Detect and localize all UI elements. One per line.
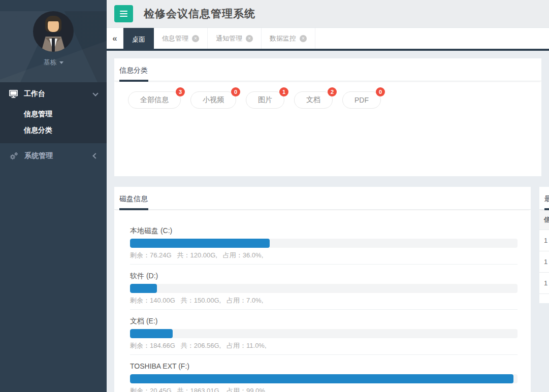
- table-row: 1: [539, 273, 549, 294]
- close-icon[interactable]: ×: [300, 35, 307, 42]
- latest-info-table: 信 1 1 1: [539, 210, 549, 294]
- panel-title: 信息分类: [119, 66, 148, 75]
- close-icon[interactable]: ×: [246, 35, 253, 42]
- disk-usage-text: 剩余：20.45G 共：1863.01G, 占用：99.0%,: [130, 386, 518, 392]
- disk-usage-fill: [130, 329, 173, 338]
- workbench-submenu: 信息管理 信息分类: [0, 106, 107, 138]
- tab-label: 桌面: [132, 35, 145, 44]
- disk-row-e: 文档 (E:) 剩余：184.66G 共：206.56G, 占用：11.0%,: [130, 316, 518, 355]
- second-row: 磁盘信息 本地磁盘 (C:) 剩余：76.24G 共：120.00G, 占用：3…: [114, 187, 549, 392]
- sidebar-nav: 工作台 信息管理 信息分类: [0, 82, 107, 169]
- chevron-left-icon: [92, 153, 98, 158]
- disk-usage-fill: [130, 239, 270, 248]
- tab-notice-management[interactable]: 通知管理 ×: [208, 28, 262, 49]
- sidebar-item-info-category[interactable]: 信息分类: [24, 122, 107, 138]
- sidebar-item-label: 工作台: [24, 89, 93, 99]
- count-badge: 0: [376, 87, 385, 96]
- content-area: 信息分类 全部信息 3 小视频 0 图片 1: [107, 51, 549, 392]
- disk-row-d: 软件 (D:) 剩余：140.00G 共：150.00G, 占用：7.0%,: [130, 271, 518, 310]
- monitor-icon: [9, 90, 18, 98]
- panel-header: 磁盘信息: [114, 187, 531, 210]
- menu-group-workbench: 工作台 信息管理 信息分类: [0, 82, 107, 143]
- category-button-video[interactable]: 小视频 0: [190, 91, 236, 109]
- disk-usage-text: 剩余：184.66G 共：206.56G, 占用：11.0%,: [130, 341, 518, 350]
- username-dropdown[interactable]: 基栋: [44, 58, 63, 67]
- disk-usage-bar: [130, 284, 518, 293]
- main-area: 检修会议信息管理系统 « 桌面 信息管理 × 通知管理 × 数据监控 ×: [107, 0, 549, 392]
- category-button-image[interactable]: 图片 1: [246, 91, 284, 109]
- panel-header: 信息分类: [114, 58, 541, 81]
- count-badge: 1: [279, 87, 288, 96]
- disk-name: 文档 (E:): [130, 316, 518, 325]
- count-badge: 3: [176, 87, 185, 96]
- table-header-cell: 信: [544, 215, 549, 224]
- tab-label: 通知管理: [216, 34, 242, 43]
- disk-usage-text: 剩余：140.00G 共：150.00G, 占用：7.0%,: [130, 296, 518, 305]
- disk-row-f: TOSHIBA EXT (F:) 剩余：20.45G 共：1863.01G, 占…: [130, 362, 518, 392]
- table-header-row: 信: [539, 210, 549, 230]
- app-window: 基栋 工作台 信息管理 信息分类: [0, 0, 549, 392]
- info-category-panel: 信息分类 全部信息 3 小视频 0 图片 1: [114, 58, 541, 176]
- username-label: 基栋: [44, 58, 57, 66]
- latest-info-panel: 最 信 1 1 1: [539, 187, 549, 303]
- disk-row-c: 本地磁盘 (C:) 剩余：76.24G 共：120.00G, 占用：36.0%,: [130, 226, 518, 265]
- sidebar-item-workbench[interactable]: 工作台: [0, 82, 107, 106]
- sidebar-item-info-management[interactable]: 信息管理: [24, 106, 107, 122]
- category-button-all[interactable]: 全部信息 3: [128, 91, 181, 109]
- tabs-scroll-left-button[interactable]: «: [107, 28, 123, 49]
- menu-toggle-button[interactable]: [114, 5, 133, 22]
- avatar[interactable]: [33, 11, 74, 52]
- disk-usage-bar: [130, 374, 518, 383]
- panel-title: 磁盘信息: [119, 194, 148, 204]
- sidebar: 基栋 工作台 信息管理 信息分类: [0, 0, 107, 392]
- category-button-doc[interactable]: 文档 2: [294, 91, 333, 109]
- user-profile: 基栋: [0, 11, 107, 82]
- table-row: 1: [539, 230, 549, 251]
- count-badge: 0: [231, 87, 240, 96]
- tab-label: 数据监控: [270, 34, 296, 43]
- table-row: 1: [539, 251, 549, 273]
- tab-data-monitor[interactable]: 数据监控 ×: [262, 28, 315, 49]
- title-underline: [119, 208, 148, 210]
- table-cell: 1: [544, 258, 547, 266]
- tab-label: 信息管理: [162, 34, 188, 43]
- close-icon[interactable]: ×: [192, 35, 199, 42]
- disk-usage-text: 剩余：76.24G 共：120.00G, 占用：36.0%,: [130, 251, 518, 259]
- tab-desktop[interactable]: 桌面: [123, 28, 154, 51]
- sidebar-item-label: 系统管理: [24, 151, 93, 160]
- avatar-tie: [52, 38, 55, 52]
- chevron-down-icon: [92, 90, 98, 96]
- disk-usage-fill: [130, 284, 157, 293]
- sidebar-item-system-management[interactable]: 系统管理: [0, 143, 107, 169]
- table-cell: 1: [544, 279, 547, 287]
- tab-bar: « 桌面 信息管理 × 通知管理 × 数据监控 ×: [107, 28, 549, 51]
- disk-name: 本地磁盘 (C:): [130, 226, 518, 235]
- table-cell: 1: [544, 237, 547, 244]
- page-title: 检修会议信息管理系统: [144, 7, 255, 21]
- disk-usage-bar: [130, 239, 518, 248]
- tab-info-management[interactable]: 信息管理 ×: [154, 28, 208, 49]
- disk-name: TOSHIBA EXT (F:): [130, 362, 518, 371]
- category-button-pdf[interactable]: PDF 0: [342, 91, 381, 109]
- gears-icon: [9, 152, 18, 160]
- disk-usage-bar: [130, 329, 518, 338]
- avatar-fringe: [46, 18, 60, 21]
- count-badge: 2: [328, 87, 337, 96]
- caret-down-icon: [59, 61, 63, 64]
- panel-title: 最: [544, 194, 549, 204]
- category-buttons: 全部信息 3 小视频 0 图片 1 文档 2: [114, 81, 541, 109]
- disk-usage-fill: [130, 374, 513, 383]
- hamburger-icon: [120, 11, 127, 12]
- topbar: 检修会议信息管理系统: [107, 0, 549, 28]
- panel-header: 最: [539, 187, 549, 210]
- disk-info-panel: 磁盘信息 本地磁盘 (C:) 剩余：76.24G 共：120.00G, 占用：3…: [114, 187, 531, 392]
- title-underline: [544, 208, 549, 210]
- title-underline: [119, 80, 148, 82]
- disk-name: 软件 (D:): [130, 271, 518, 280]
- disk-list: 本地磁盘 (C:) 剩余：76.24G 共：120.00G, 占用：36.0%,…: [114, 210, 531, 392]
